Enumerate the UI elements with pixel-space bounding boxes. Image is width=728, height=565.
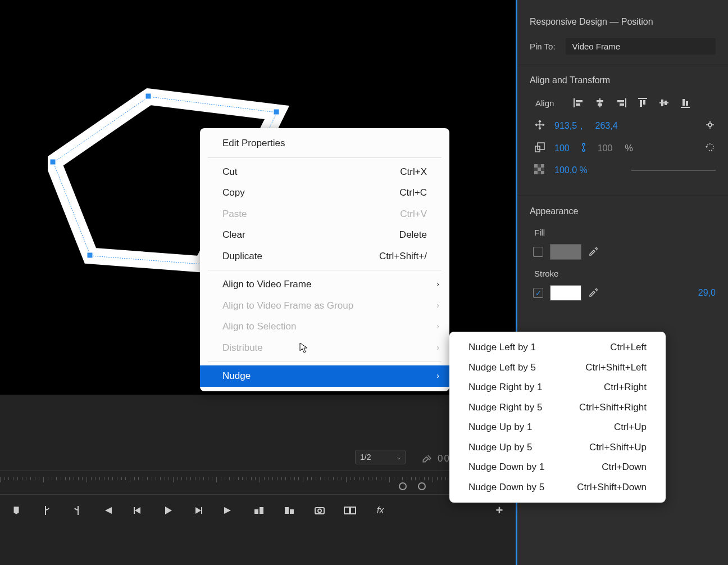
responsive-heading: Responsive Design — Position <box>530 17 716 27</box>
svg-rect-28 <box>665 101 667 105</box>
fill-color-swatch[interactable] <box>550 244 581 260</box>
scale-w-value[interactable]: 100 <box>554 143 570 153</box>
svg-rect-12 <box>344 507 349 514</box>
go-to-in-icon[interactable] <box>101 504 113 517</box>
menu-paste: PasteCtrl+V <box>200 204 449 225</box>
svg-rect-13 <box>351 507 356 514</box>
menu-duplicate[interactable]: DuplicateCtrl+Shift+/ <box>200 246 449 267</box>
fx-icon[interactable]: fx <box>374 504 386 517</box>
align-label: Align <box>535 98 563 108</box>
rotation-reset-icon[interactable] <box>704 142 716 155</box>
submenu-item-4[interactable]: Nudge Up by 1Ctrl+Up <box>449 417 666 437</box>
stroke-color-swatch[interactable] <box>550 285 581 301</box>
align-top-icon[interactable] <box>636 97 649 109</box>
svg-rect-23 <box>638 98 647 99</box>
menu-cut[interactable]: CutCtrl+X <box>200 161 449 183</box>
plus-icon[interactable]: + <box>493 504 506 517</box>
export-frame-icon[interactable] <box>313 504 326 517</box>
svg-rect-4 <box>50 159 56 165</box>
svg-rect-36 <box>538 164 541 168</box>
link-scale-icon[interactable] <box>580 142 588 155</box>
svg-rect-20 <box>625 98 626 107</box>
mark-out-icon[interactable] <box>71 504 83 517</box>
svg-rect-43 <box>541 171 544 174</box>
fill-label: Fill <box>530 228 716 237</box>
svg-rect-3 <box>274 109 279 115</box>
position-x-value[interactable]: 913,5 <box>554 121 577 131</box>
svg-rect-25 <box>643 100 645 105</box>
pin-to-dropdown[interactable]: Video Frame <box>566 38 716 55</box>
lift-icon[interactable] <box>253 504 265 517</box>
stroke-width-value[interactable]: 29,0 <box>698 288 716 298</box>
svg-rect-40 <box>541 168 544 171</box>
svg-rect-22 <box>620 103 624 106</box>
submenu-item-7[interactable]: Nudge Down by 5Ctrl+Shift+Down <box>449 477 666 498</box>
svg-rect-15 <box>576 100 583 102</box>
opacity-value[interactable]: 100,0 % <box>554 165 588 175</box>
eyedropper-icon[interactable] <box>588 246 598 258</box>
svg-rect-16 <box>576 103 580 106</box>
position-y-value[interactable]: 263,4 <box>595 121 618 131</box>
marker-in-icon[interactable] <box>399 482 407 490</box>
context-menu: Edit Properties CutCtrl+X CopyCtrl+C Pas… <box>200 128 449 391</box>
mark-in-icon[interactable] <box>40 504 53 517</box>
step-back-icon[interactable] <box>131 504 144 517</box>
scale-icon <box>534 142 548 155</box>
align-bottom-icon[interactable] <box>679 97 691 109</box>
chevron-right-icon: › <box>436 320 439 332</box>
chevron-right-icon: › <box>436 278 439 290</box>
svg-rect-8 <box>285 507 289 514</box>
svg-rect-42 <box>538 171 541 174</box>
eyedropper-icon[interactable] <box>588 287 598 299</box>
svg-rect-27 <box>661 100 663 106</box>
fill-toggle-checkbox[interactable] <box>533 247 543 257</box>
timeline-ruler[interactable]: // ticks generated below via simple loop… <box>0 471 516 494</box>
submenu-item-6[interactable]: Nudge Down by 1Ctrl+Down <box>449 457 666 477</box>
chevron-down-icon: ⌵ <box>397 454 401 460</box>
svg-rect-6 <box>254 509 258 514</box>
opacity-slider-track[interactable] <box>631 170 716 171</box>
menu-edit-properties[interactable]: Edit Properties <box>200 133 449 154</box>
go-to-out-icon[interactable] <box>222 504 235 517</box>
menu-copy[interactable]: CopyCtrl+C <box>200 182 449 204</box>
step-forward-icon[interactable] <box>192 504 204 517</box>
appearance-heading: Appearance <box>530 206 716 216</box>
align-left-icon[interactable] <box>572 97 585 109</box>
position-icon <box>534 119 548 133</box>
menu-align-video-frame[interactable]: Align to Video Frame› <box>200 274 449 295</box>
stroke-label: Stroke <box>530 269 716 278</box>
menu-nudge[interactable]: Nudge› <box>200 365 449 387</box>
submenu-item-5[interactable]: Nudge Up by 5Ctrl+Shift+Up <box>449 437 666 458</box>
svg-rect-17 <box>599 98 600 107</box>
anchor-point-icon[interactable] <box>704 119 716 133</box>
submenu-item-3[interactable]: Nudge Right by 5Ctrl+Shift+Right <box>449 397 666 418</box>
svg-rect-26 <box>659 102 668 103</box>
pin-to-label: Pin To: <box>530 42 556 51</box>
comparison-view-icon[interactable] <box>344 504 356 517</box>
align-vcenter-icon[interactable] <box>658 97 670 109</box>
align-right-icon[interactable] <box>615 97 627 109</box>
submenu-item-2[interactable]: Nudge Right by 1Ctrl+Right <box>449 377 666 397</box>
chevron-right-icon: › <box>436 370 439 382</box>
svg-rect-21 <box>617 100 624 102</box>
playhead-markers <box>399 482 426 490</box>
settings-wrench-icon[interactable] <box>421 453 433 466</box>
align-hcenter-icon[interactable] <box>594 97 606 109</box>
svg-point-32 <box>708 123 712 126</box>
svg-rect-24 <box>640 100 642 107</box>
submenu-item-0[interactable]: Nudge Left by 1Ctrl+Left <box>449 337 666 358</box>
position-sep: , <box>580 121 583 131</box>
play-icon[interactable] <box>162 504 174 517</box>
stroke-toggle-checkbox[interactable] <box>533 288 543 298</box>
svg-rect-39 <box>538 168 541 171</box>
marker-out-icon[interactable] <box>418 482 426 490</box>
appearance-section: Appearance Fill Stroke 29,0 <box>517 196 728 320</box>
menu-align-selection: Align to Selection› <box>200 316 449 337</box>
resolution-dropdown[interactable]: 1/2 ⌵ <box>355 450 406 464</box>
submenu-item-1[interactable]: Nudge Left by 5Ctrl+Shift+Left <box>449 358 666 378</box>
menu-clear[interactable]: ClearDelete <box>200 224 449 246</box>
extract-icon[interactable] <box>283 504 295 517</box>
chevron-right-icon: › <box>436 300 439 311</box>
svg-point-11 <box>318 509 321 512</box>
add-marker-icon[interactable] <box>10 504 22 517</box>
